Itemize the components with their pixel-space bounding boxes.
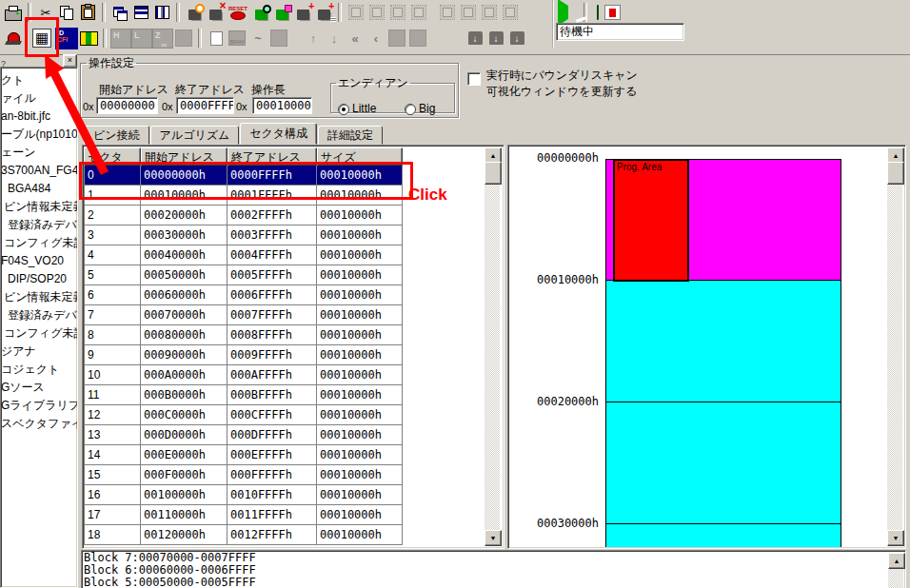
table-row[interactable]: 900090000h0009FFFFh00010000h — [84, 345, 403, 365]
table-row[interactable]: 15000F0000h000FFFFFh00010000h — [84, 465, 403, 485]
program-flash-button-2[interactable]: ↓ — [485, 28, 506, 49]
tree-item[interactable]: ジアナ — [1, 343, 77, 361]
tree-item[interactable]: Gソース — [1, 379, 77, 397]
table-row[interactable]: 400040000h0004FFFFh00010000h — [84, 245, 403, 265]
table-row[interactable]: 1800120000h0012FFFFh00010000h — [84, 525, 403, 545]
device-disconnect-button[interactable] — [205, 2, 226, 23]
scrollbar-track[interactable] — [887, 147, 902, 546]
program-flash-button-3[interactable]: ↓ — [506, 28, 527, 49]
tree-item[interactable]: コンフィグ未設定 — [1, 324, 77, 343]
status-field[interactable]: 待機中 — [556, 23, 684, 41]
column-header-start-address[interactable]: 開始アドレス — [141, 147, 228, 166]
table-row[interactable]: 300030000h0003FFFFh00010000h — [84, 225, 403, 245]
sector-config-button[interactable]: ▦ — [31, 28, 52, 49]
tree-item[interactable]: 登録済みデバ — [1, 216, 77, 234]
id-cfi-button[interactable]: IDCFI — [55, 28, 78, 49]
run-button[interactable] — [558, 6, 568, 19]
power-on-button[interactable] — [597, 6, 599, 19]
cascade-windows-button[interactable] — [109, 2, 130, 23]
library-button[interactable] — [78, 28, 99, 49]
move-up-button[interactable]: ↑ — [303, 28, 324, 49]
package-view-button-2[interactable] — [366, 2, 387, 23]
bram-button[interactable]: BRAM — [227, 28, 247, 49]
tab-detail[interactable]: 詳細設定 — [318, 126, 383, 145]
package-view-button-6[interactable] — [458, 2, 479, 23]
reset-button[interactable]: RESET — [226, 2, 250, 23]
table-row[interactable]: 000000000h0000FFFFh00010000h — [84, 166, 403, 186]
alarm-button[interactable] — [3, 28, 24, 49]
scroll-up-button[interactable]: ▲ — [888, 553, 905, 569]
copy-button[interactable] — [56, 2, 77, 23]
scrollbar-track[interactable] — [485, 147, 500, 546]
tree-item[interactable]: DIP/SOP20 — [1, 270, 77, 288]
end-address-input[interactable] — [176, 97, 234, 114]
column-header-end-address[interactable]: 終了アドレス — [228, 147, 317, 166]
tree-item[interactable]: スベクタファイル — [1, 415, 77, 433]
tree-item[interactable]: ピン情報未定義 — [1, 198, 77, 216]
table-row[interactable]: 11000B0000h000BFFFFh00010000h — [84, 385, 403, 405]
tree-item[interactable]: コジェクト — [1, 361, 77, 379]
blank-button-2[interactable] — [268, 28, 289, 49]
tile-vertical-button[interactable] — [151, 2, 172, 23]
print-button[interactable] — [3, 2, 24, 23]
tab-sector[interactable]: セクタ構成 — [240, 123, 317, 145]
table-scrollbar[interactable]: ▲ ▼ — [485, 147, 500, 546]
table-row[interactable]: 600060000h0006FFFFh00010000h — [84, 285, 403, 305]
table-row[interactable]: 10000A0000h000AFFFFh00010000h — [84, 365, 403, 385]
tree-item[interactable]: クト — [1, 71, 77, 89]
tree-item[interactable]: コンフィグ未設定 — [1, 234, 77, 252]
drive-low-button[interactable]: L — [131, 28, 152, 49]
add-device-list-button[interactable] — [313, 2, 334, 23]
update-visualization-checkbox[interactable] — [467, 72, 481, 86]
tree-item[interactable]: 3S700AN_FG48 — [1, 162, 77, 180]
table-row[interactable]: 100010000h0001FFFFh00010000h — [84, 186, 403, 206]
tree-item[interactable]: ーブル(np1010) — [1, 126, 77, 144]
table-row[interactable]: 14000E0000h000EFFFFh00010000h — [84, 445, 403, 465]
drive-blank-button[interactable] — [173, 28, 194, 49]
connect-single-button[interactable]: ‹ — [366, 28, 386, 49]
device-probe-button[interactable] — [184, 2, 205, 23]
tab-algorithm[interactable]: アルゴリズム — [150, 126, 240, 145]
memory-block-3[interactable] — [605, 523, 841, 547]
log-scrollbar[interactable]: ▲ — [888, 553, 903, 588]
start-address-input[interactable] — [96, 97, 158, 114]
add-device-button[interactable] — [292, 2, 313, 23]
device-map-button[interactable] — [271, 2, 292, 23]
scrollbar-thumb[interactable] — [485, 162, 502, 185]
scrollbar-thumb[interactable] — [887, 162, 904, 185]
column-header-sector[interactable]: セクタ — [84, 147, 141, 166]
table-row[interactable]: 1700110000h0011FFFFh00010000h — [84, 505, 403, 525]
tree-item[interactable]: F04S_VO20 — [1, 252, 77, 270]
scroll-down-button[interactable]: ▼ — [485, 530, 502, 546]
connect-double-button[interactable]: « — [345, 28, 366, 49]
column-header-size[interactable]: サイズ — [317, 147, 403, 166]
table-row[interactable]: 800080000h0008FFFFh00010000h — [84, 325, 403, 345]
operation-length-input[interactable] — [252, 97, 312, 114]
blank-button-4[interactable] — [407, 28, 428, 49]
table-row[interactable]: 1600100000h0010FFFFh00010000h — [84, 485, 403, 505]
waveform-button[interactable]: ~ — [247, 28, 268, 49]
prog-area-block[interactable]: Prog. Area — [613, 159, 689, 282]
table-row[interactable]: 12000C0000h000CFFFFh00010000h — [84, 405, 403, 425]
tree-item[interactable]: Gライブラリファイ — [1, 397, 77, 415]
tree-item[interactable]: BGA484 — [1, 180, 77, 198]
package-view-button-3[interactable] — [387, 2, 408, 23]
package-view-button-7[interactable] — [479, 2, 500, 23]
map-scrollbar[interactable]: ▲ ▼ — [887, 147, 902, 546]
table-row[interactable]: 200020000h0002FFFFh00010000h — [84, 206, 403, 225]
scroll-down-button[interactable]: ▼ — [887, 530, 904, 546]
cut-button[interactable]: ✂ — [35, 2, 56, 23]
memory-block-1[interactable] — [605, 280, 841, 402]
memory-block-2[interactable] — [605, 402, 841, 524]
tree-item[interactable]: 登録済みデバ — [1, 306, 77, 324]
package-view-button-8[interactable] — [500, 2, 521, 23]
table-row[interactable]: 700070000h0007FFFFh00010000h — [84, 305, 403, 325]
endian-little-radio[interactable] — [338, 104, 349, 115]
close-icon[interactable]: × — [63, 54, 77, 68]
tile-horizontal-button[interactable] — [130, 2, 151, 23]
device-scan-button[interactable] — [250, 2, 271, 23]
tab-pin[interactable]: ピン接続 — [84, 126, 149, 145]
move-down-button[interactable]: ↓ — [324, 28, 345, 49]
power-off-button[interactable] — [604, 5, 621, 20]
tree-item[interactable]: ェーン — [1, 144, 77, 162]
